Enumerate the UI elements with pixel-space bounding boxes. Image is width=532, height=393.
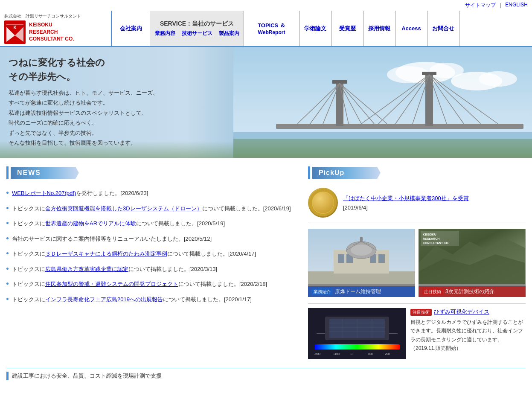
header: 株式会社 計測リサーチコンサルタント K KEISOKU RESEARCH CO… [0, 11, 532, 47]
news-item: トピックスに世界遺産の建物をARでリアルに体験について掲載しました。[2020/… [6, 216, 299, 231]
strain-section: -500 -100 0 100 200 [308, 303, 526, 359]
nav-academic[interactable]: 学術論文 [299, 11, 331, 46]
footer-spacer [0, 384, 532, 392]
bottom-teaser: 建設工事における安全、品質、コスト縮減を現場計測で支援 [6, 368, 526, 384]
logo-area: 株式会社 計測リサーチコンサルタント K KEISOKU RESEARCH CO… [0, 11, 111, 46]
pickup-header: PickUp [308, 166, 526, 179]
news-link[interactable]: ３Ｄレーザスキャナによる鋼桁のたわみ測定事例 [45, 250, 167, 257]
pickup-section: PickUp 受賞 「はばたく中小企業・小規模事業者300社」を受賞 [2019… [308, 166, 526, 359]
news-link[interactable]: 全方位衝突回避機能を搭載した3Dレーザシステム（ドローン） [45, 205, 202, 212]
svg-rect-14 [425, 73, 433, 126]
main-nav: 会社案内 SERVICE：当社のサービス 業務内容 技術サービス 製品案内 TO… [111, 11, 532, 46]
pickup-award-link[interactable]: 「はばたく中小企業・小規模事業者300社」を受賞 [343, 195, 469, 201]
svg-point-45 [351, 245, 372, 256]
svg-text:受賞: 受賞 [319, 201, 327, 206]
news-text: トピックスに広島県働き方改革実践企業に認定について掲載しました。[2020/3/… [12, 265, 299, 274]
svg-rect-15 [422, 72, 436, 75]
news-list: WEBレポートNo.207(pdf)を発行しました。[2020/6/23] トピ… [6, 186, 299, 307]
card2-label: 注目技術 3次元計測技術の紹介 [419, 286, 526, 297]
news-section: NEWS WEBレポートNo.207(pdf)を発行しました。[2020/6/2… [6, 166, 299, 359]
english-link[interactable]: ENGLISH [505, 2, 528, 9]
news-item: トピックスに３Ｄレーザスキャナによる鋼桁のたわみ測定事例について掲載しました。[… [6, 246, 299, 262]
news-item: トピックスに全方位衝突回避機能を搭載した3Dレーザシステム（ドローン）について掲… [6, 201, 299, 216]
svg-point-34 [312, 192, 334, 214]
news-link[interactable]: 世界遺産の建物をARでリアルに体験 [45, 220, 136, 227]
news-item: トピックスに住民参加型の警戒・避難システムの開発プロジェクトについて掲載しました… [6, 277, 299, 292]
award-image: 受賞 [308, 188, 338, 218]
news-bullet [6, 252, 9, 254]
strain-device-image: -500 -100 0 100 200 [308, 308, 406, 359]
svg-rect-60 [314, 344, 400, 349]
news-link[interactable]: WEBレポートNo.207(pdf) [12, 190, 76, 196]
nav-service-sub2[interactable]: 技術サービス [182, 30, 212, 37]
news-link[interactable]: インフラ長寿命化フェア広島2019への出展報告 [45, 296, 163, 303]
svg-text:-500: -500 [314, 352, 320, 355]
logo-icon: K [4, 20, 26, 44]
news-text: トピックスに住民参加型の警戒・避難システムの開発プロジェクトについて掲載しました… [12, 280, 299, 288]
nav-contact[interactable]: お問合せ [427, 11, 459, 46]
news-bullet [6, 237, 9, 239]
main-content: NEWS WEBレポートNo.207(pdf)を発行しました。[2020/6/2… [0, 158, 532, 368]
top-bar-divider: ｜ [498, 2, 503, 9]
pickup-award: 受賞 「はばたく中小企業・小規模事業者300社」を受賞 [2019/6/4] [308, 183, 526, 222]
news-text: トピックスに全方位衝突回避機能を搭載した3Dレーザシステム（ドローン）について掲… [12, 204, 299, 213]
news-link[interactable]: 広島県働き方改革実践企業に認定 [45, 266, 128, 272]
news-item: トピックスにインフラ長寿命化フェア広島2019への出展報告について掲載しました。… [6, 292, 299, 307]
news-item: WEBレポートNo.207(pdf)を発行しました。[2020/6/23] [6, 186, 299, 201]
nav-topics[interactable]: TOPICS ＆ WebReport [244, 11, 299, 46]
svg-rect-11 [276, 124, 523, 129]
nav-service: SERVICE：当社のサービス 業務内容 技術サービス 製品案内 [150, 11, 244, 46]
nav-company[interactable]: 会社案内 [112, 11, 150, 46]
news-bullet [6, 268, 9, 270]
nav-access[interactable]: Access [395, 11, 427, 46]
card2-link[interactable]: 3次元計測技術の紹介 [445, 288, 494, 295]
nav-service-sub1[interactable]: 業務内容 [155, 30, 175, 37]
news-text: 当社のサービスに関するご案内情報等をリニューアルいたしました。[2020/5/1… [12, 235, 299, 243]
hero-text: つねに変化する社会の その半歩先へ。 私達が暮らす現代社会は、ヒト、モノ、サービ… [9, 55, 158, 148]
svg-point-10 [479, 71, 517, 87]
pickup-award-text: 「はばたく中小企業・小規模事業者300社」を受賞 [2019/6/4] [343, 195, 469, 211]
svg-text:RESEARCH: RESEARCH [423, 237, 439, 240]
news-bar [6, 166, 9, 179]
company-name-small: 株式会社 計測リサーチコンサルタント [4, 13, 81, 19]
strain-text: 目視とデジタルカメラでひずみを計測することができます。長期耐久性に優れており、社… [410, 318, 526, 353]
pickup-card-dome[interactable]: 業務紹介 原爆ドーム維持管理 [308, 229, 415, 297]
hero-section: つねに変化する社会の その半歩先へ。 私達が暮らす現代社会は、ヒト、モノ、サービ… [0, 47, 532, 158]
svg-text:0: 0 [351, 352, 352, 355]
news-bullet [6, 282, 9, 285]
svg-rect-43 [378, 254, 385, 263]
card1-link[interactable]: 原爆ドーム維持管理 [335, 288, 381, 295]
strain-link[interactable]: ひずみ可視化デバイス [434, 309, 489, 315]
news-text: トピックスにインフラ長寿命化フェア広島2019への出展報告について掲載しました。… [12, 295, 299, 304]
nav-recruit[interactable]: 採用情報 [363, 11, 395, 46]
logo-text: KEISOKU RESEARCH CONSULTANT CO. [29, 21, 74, 43]
svg-text:K: K [13, 25, 17, 30]
news-text: トピックスに３Ｄレーザスキャナによる鋼桁のたわみ測定事例について掲載しました。[… [12, 250, 299, 258]
bottom-teaser-text: 建設工事における安全、品質、コスト縮減を現場計測で支援 [12, 372, 162, 380]
svg-text:-100: -100 [334, 352, 340, 355]
svg-point-33 [309, 189, 337, 216]
bottom-teaser-bar [6, 372, 9, 380]
strain-tag: 注目技術 [410, 309, 432, 316]
dome-svg [308, 229, 415, 284]
nav-award[interactable]: 受賞歴 [331, 11, 363, 46]
news-bullet [6, 298, 9, 300]
news-title: NEWS [11, 167, 79, 179]
news-link[interactable]: 住民参加型の警戒・避難システムの開発プロジェクト [45, 281, 178, 287]
news-header: NEWS [6, 166, 299, 179]
news-text: WEBレポートNo.207(pdf)を発行しました。[2020/6/23] [12, 189, 299, 198]
svg-text:CONSULTANT CO.: CONSULTANT CO. [423, 242, 449, 245]
svg-text:100: 100 [368, 352, 373, 355]
pickup-grid: 業務紹介 原爆ドーム維持管理 [308, 229, 526, 297]
svg-text:200: 200 [385, 352, 390, 355]
svg-rect-40 [338, 254, 344, 263]
news-bullet [6, 192, 9, 194]
pickup-bar [308, 166, 310, 179]
nav-service-sub3[interactable]: 製品案内 [219, 30, 239, 37]
terrain-svg: KEISOKU RESEARCH CONSULTANT CO. [419, 229, 526, 284]
strain-svg: -500 -100 0 100 200 [308, 308, 406, 359]
hero-body: 私達が暮らす現代社会は、ヒト、モノ、サービス、ニーズ、 すべてが急速に変化し続け… [9, 88, 158, 148]
pickup-card-terrain[interactable]: KEISOKU RESEARCH CONSULTANT CO. 注目技術 3次元… [419, 229, 526, 297]
svg-rect-50 [360, 237, 363, 242]
sitemap-link[interactable]: サイトマップ [465, 2, 496, 9]
